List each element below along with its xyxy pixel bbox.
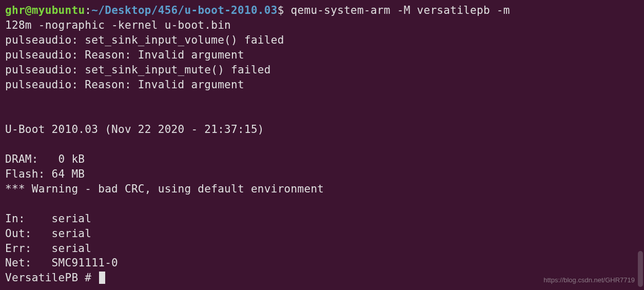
watermark-text: https://blog.csdn.net/GHR7719 [543,276,635,285]
output-warning: *** Warning - bad CRC, using default env… [5,183,324,195]
prompt-colon: : [85,4,91,16]
command-line-1: qemu-system-arm -M versatilepb -m [284,4,517,16]
prompt-host: myubuntu [32,4,85,16]
scrollbar-thumb[interactable] [638,251,643,287]
prompt-user: ghr [5,4,25,16]
prompt-path: ~/Desktop/456/u-boot-2010.03 [91,4,277,16]
output-net: Net: SMC91111-0 [5,257,118,269]
output-flash: Flash: 64 MB [5,168,85,180]
output-out: Out: serial [5,227,91,240]
command-line-2: 128m -nographic -kernel u-boot.bin [5,19,231,31]
output-uboot-version: U-Boot 2010.03 (Nov 22 2020 - 21:37:15) [5,123,264,136]
output-err: Err: serial [5,242,91,255]
uboot-shell-prompt[interactable]: VersatilePB # [5,272,98,284]
output-dram: DRAM: 0 kB [5,153,85,165]
output-line: pulseaudio: Reason: Invalid argument [5,79,244,91]
prompt-dollar: $ [278,4,284,16]
output-line: pulseaudio: set_sink_input_volume() fail… [5,34,284,46]
output-line: pulseaudio: set_sink_input_mute() failed [5,64,271,76]
prompt-at: @ [25,4,32,16]
output-in: In: serial [5,212,91,225]
output-line: pulseaudio: Reason: Invalid argument [5,49,244,61]
cursor-icon [99,272,105,284]
terminal-output[interactable]: ghr@myubuntu:~/Desktop/456/u-boot-2010.0… [5,3,639,285]
